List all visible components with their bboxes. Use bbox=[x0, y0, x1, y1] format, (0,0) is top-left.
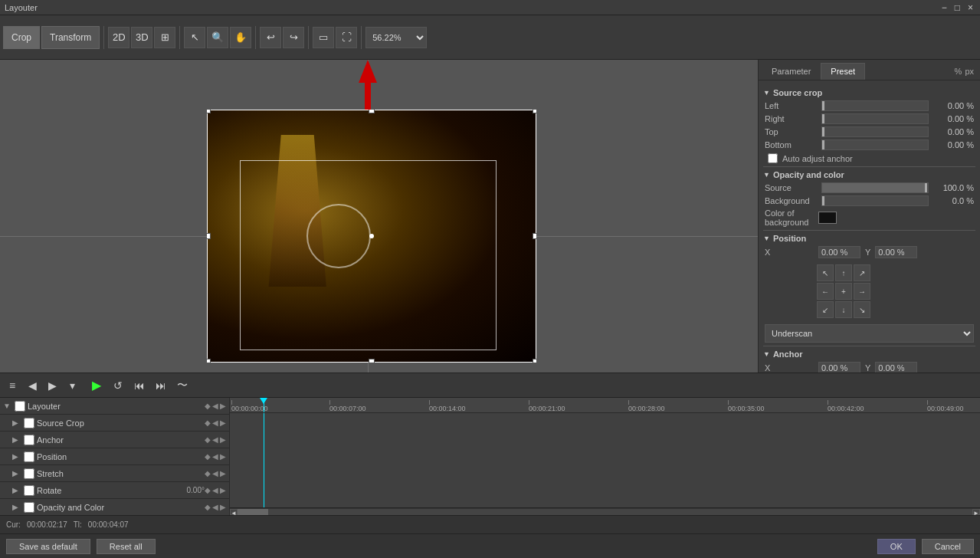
redo-button[interactable]: ↪ bbox=[283, 27, 304, 48]
track-expand-anchor[interactable]: ▶ bbox=[12, 435, 21, 444]
track-r-left-button[interactable]: ◀ bbox=[212, 486, 218, 494]
pos-y-input[interactable] bbox=[875, 246, 917, 258]
video-canvas[interactable] bbox=[207, 110, 536, 363]
pos-center-button[interactable]: + bbox=[835, 283, 852, 300]
zoom-button[interactable]: 🔍 bbox=[207, 27, 228, 48]
right-slider[interactable] bbox=[821, 113, 929, 124]
track-diamond-button[interactable]: ◆ bbox=[205, 402, 211, 410]
pos-topleft-button[interactable]: ↖ bbox=[817, 264, 834, 281]
timeline-menu-button[interactable]: ≡ bbox=[3, 376, 21, 395]
timeline-keyframes[interactable] bbox=[230, 413, 980, 507]
left-slider[interactable] bbox=[821, 100, 929, 111]
3d-mode-button[interactable]: 3D bbox=[131, 27, 152, 48]
pos-x-input[interactable] bbox=[818, 246, 860, 258]
scroll-thumb[interactable] bbox=[238, 509, 268, 515]
pos-topright-button[interactable]: ↗ bbox=[854, 264, 870, 281]
tab-parameter[interactable]: Parameter bbox=[762, 63, 821, 80]
forward-button[interactable]: ⏭ bbox=[152, 376, 170, 395]
track-check-position[interactable] bbox=[24, 451, 34, 462]
playhead[interactable] bbox=[264, 398, 264, 412]
play-button[interactable]: ▶ bbox=[87, 376, 106, 395]
scroll-right-button[interactable]: ► bbox=[972, 509, 980, 515]
select-button[interactable]: ↖ bbox=[184, 27, 205, 48]
anchor-arrow[interactable]: ▼ bbox=[763, 350, 770, 358]
pos-bottomleft-button[interactable]: ↙ bbox=[817, 301, 834, 318]
track-r-right-button[interactable]: ▶ bbox=[220, 486, 226, 494]
track-st-right-button[interactable]: ▶ bbox=[220, 469, 226, 478]
background-slider[interactable] bbox=[821, 195, 929, 206]
track-check-stretch[interactable] bbox=[24, 468, 34, 479]
track-check-opacity[interactable] bbox=[24, 502, 34, 513]
underscan-select[interactable]: Underscan bbox=[765, 324, 974, 343]
crop-tab[interactable]: Crop bbox=[3, 26, 40, 49]
track-left-arrow-button[interactable]: ◀ bbox=[212, 402, 218, 410]
track-a-diamond-button[interactable]: ◆ bbox=[205, 435, 211, 444]
track-sc-right-button[interactable]: ▶ bbox=[220, 419, 226, 427]
pan-button[interactable]: ✋ bbox=[230, 27, 251, 48]
track-expand-position[interactable]: ▶ bbox=[12, 452, 21, 461]
track-expand-opacity[interactable]: ▶ bbox=[12, 503, 21, 511]
track-st-left-button[interactable]: ◀ bbox=[212, 469, 218, 478]
grid-button[interactable]: ⊞ bbox=[154, 27, 175, 48]
backward-button[interactable]: ⏮ bbox=[130, 376, 149, 395]
timeline-hscrollbar[interactable]: ◄ ► bbox=[230, 507, 980, 515]
track-expand-rotate[interactable]: ▶ bbox=[12, 486, 21, 494]
track-check-layouter[interactable] bbox=[15, 401, 25, 412]
opacity-arrow[interactable]: ▼ bbox=[763, 171, 770, 179]
transform-tab[interactable]: Transform bbox=[41, 26, 100, 49]
track-expand-sourcecrop[interactable]: ▶ bbox=[12, 419, 21, 427]
fullscreen-button[interactable]: ⛶ bbox=[336, 27, 357, 48]
ok-button[interactable]: OK bbox=[877, 539, 916, 554]
timeline-next-button[interactable]: ▶ bbox=[43, 376, 61, 395]
track-o-diamond-button[interactable]: ◆ bbox=[205, 503, 211, 511]
pos-left-button[interactable]: ← bbox=[817, 283, 834, 300]
save-as-default-button[interactable]: Save as default bbox=[6, 539, 90, 554]
track-o-right-button[interactable]: ▶ bbox=[220, 503, 226, 511]
pos-right-button[interactable]: → bbox=[854, 283, 870, 300]
tab-preset[interactable]: Preset bbox=[821, 63, 865, 80]
auto-adjust-checkbox[interactable] bbox=[768, 153, 778, 163]
track-p-right-button[interactable]: ▶ bbox=[220, 452, 226, 461]
bottom-slider[interactable] bbox=[821, 140, 929, 150]
pos-bottom-button[interactable]: ↓ bbox=[835, 301, 852, 318]
track-expand-stretch[interactable]: ▶ bbox=[12, 469, 21, 478]
reset-all-button[interactable]: Reset all bbox=[97, 539, 156, 554]
top-slider[interactable] bbox=[821, 126, 929, 137]
color-swatch[interactable] bbox=[818, 212, 837, 224]
anchor-x-input[interactable] bbox=[818, 362, 860, 373]
position-arrow[interactable]: ▼ bbox=[763, 235, 770, 242]
track-check-sourcecrop[interactable] bbox=[24, 418, 34, 428]
close-button[interactable]: × bbox=[965, 2, 975, 13]
crop-view-button[interactable]: ▭ bbox=[313, 27, 334, 48]
track-p-left-button[interactable]: ◀ bbox=[212, 452, 218, 461]
track-a-right-button[interactable]: ▶ bbox=[220, 435, 226, 444]
timeline-prev-button[interactable]: ◀ bbox=[23, 376, 41, 395]
minimize-button[interactable]: − bbox=[939, 2, 949, 13]
track-o-left-button[interactable]: ◀ bbox=[212, 503, 218, 511]
2d-mode-button[interactable]: 2D bbox=[108, 27, 129, 48]
zoom-selector[interactable]: 56.22% bbox=[365, 27, 427, 48]
cancel-button[interactable]: Cancel bbox=[922, 539, 974, 554]
scroll-left-button[interactable]: ◄ bbox=[230, 509, 238, 515]
undo-button[interactable]: ↩ bbox=[260, 27, 281, 48]
pos-top-button[interactable]: ↑ bbox=[835, 264, 852, 281]
waveform-button[interactable]: 〜 bbox=[173, 376, 192, 395]
pos-bottomright-button[interactable]: ↘ bbox=[854, 301, 870, 318]
loop-button[interactable]: ↺ bbox=[109, 376, 127, 395]
timeline-dropdown-button[interactable]: ▾ bbox=[63, 376, 81, 395]
maximize-button[interactable]: □ bbox=[952, 2, 962, 13]
source-slider[interactable] bbox=[821, 182, 929, 193]
track-p-diamond-button[interactable]: ◆ bbox=[205, 452, 211, 461]
track-expand-layouter[interactable]: ▼ bbox=[3, 402, 12, 410]
source-crop-arrow[interactable]: ▼ bbox=[763, 89, 770, 97]
track-sc-left-button[interactable]: ◀ bbox=[212, 419, 218, 427]
track-right-arrow-button[interactable]: ▶ bbox=[220, 402, 226, 410]
track-a-left-button[interactable]: ◀ bbox=[212, 435, 218, 444]
anchor-y-input[interactable] bbox=[875, 362, 917, 373]
track-check-rotate[interactable] bbox=[24, 485, 34, 496]
timeline-ruler[interactable]: 00:00:00:00 00:00:07:00 00:00:14:00 00:0… bbox=[230, 398, 980, 413]
track-check-anchor[interactable] bbox=[24, 435, 34, 445]
track-st-diamond-button[interactable]: ◆ bbox=[205, 469, 211, 478]
track-sc-diamond-button[interactable]: ◆ bbox=[205, 419, 211, 427]
track-r-diamond-button[interactable]: ◆ bbox=[205, 486, 211, 494]
